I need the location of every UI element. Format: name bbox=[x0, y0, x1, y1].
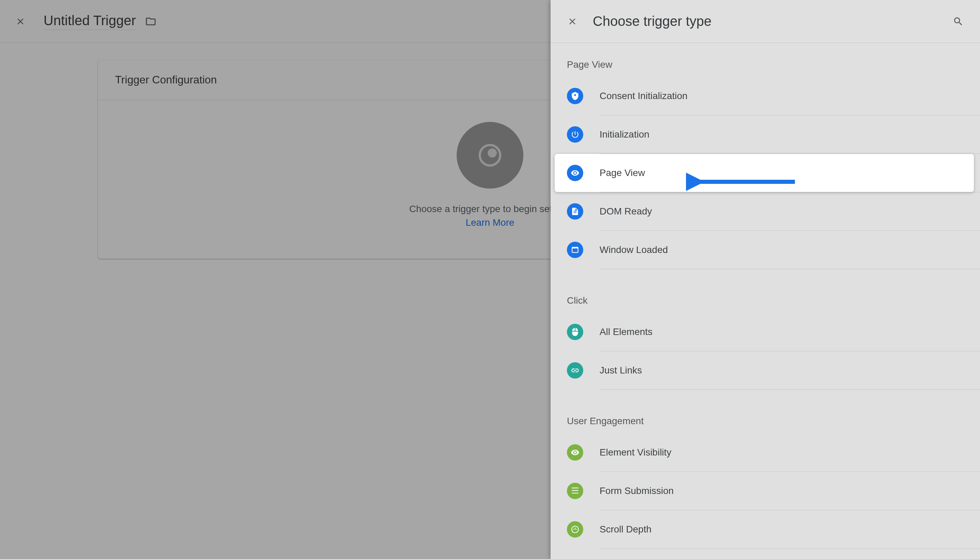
trigger-type-scroll-depth[interactable]: Scroll Depth bbox=[551, 510, 980, 549]
trigger-type-label: All Elements bbox=[600, 326, 653, 337]
close-icon bbox=[567, 17, 577, 26]
trigger-type-form-submission[interactable]: Form Submission bbox=[551, 472, 980, 510]
panel-header: Choose trigger type bbox=[551, 0, 980, 43]
search-icon bbox=[953, 16, 964, 27]
panel-title: Choose trigger type bbox=[593, 13, 950, 29]
trigger-type-label: Initialization bbox=[600, 129, 649, 140]
power-icon bbox=[567, 126, 583, 143]
shield-icon bbox=[567, 88, 583, 104]
eye-icon bbox=[567, 165, 583, 181]
trigger-type-all-elements[interactable]: All Elements bbox=[551, 313, 980, 351]
panel-body: Page ViewConsent InitializationInitializ… bbox=[551, 43, 980, 559]
link-icon bbox=[567, 362, 583, 379]
trigger-type-initialization[interactable]: Initialization bbox=[551, 116, 980, 154]
trigger-type-label: Consent Initialization bbox=[600, 91, 687, 101]
trigger-type-label: Just Links bbox=[600, 365, 642, 376]
trigger-type-label: Window Loaded bbox=[600, 245, 668, 255]
scroll-icon bbox=[567, 521, 583, 538]
form-icon bbox=[567, 483, 583, 499]
eye-icon bbox=[567, 444, 583, 461]
trigger-type-label: Scroll Depth bbox=[600, 524, 652, 535]
window-icon bbox=[567, 242, 583, 258]
trigger-type-just-links[interactable]: Just Links bbox=[551, 351, 980, 389]
trigger-type-label: DOM Ready bbox=[600, 206, 652, 217]
trigger-type-consent-initialization[interactable]: Consent Initialization bbox=[551, 77, 980, 115]
trigger-type-label: Form Submission bbox=[600, 485, 674, 496]
group-label: Click bbox=[551, 295, 980, 313]
mouse-icon bbox=[567, 324, 583, 340]
trigger-type-element-visibility[interactable]: Element Visibility bbox=[551, 433, 980, 471]
close-panel-button[interactable] bbox=[564, 13, 581, 30]
group-label: Page View bbox=[551, 59, 980, 77]
file-icon bbox=[567, 203, 583, 220]
group-label: User Engagement bbox=[551, 416, 980, 433]
trigger-type-panel: Choose trigger type Page ViewConsent Ini… bbox=[551, 0, 980, 559]
search-button[interactable] bbox=[950, 13, 967, 30]
trigger-type-dom-ready[interactable]: DOM Ready bbox=[551, 192, 980, 230]
trigger-type-label: Element Visibility bbox=[600, 447, 671, 458]
trigger-type-label: Page View bbox=[600, 167, 645, 179]
trigger-type-page-view[interactable]: Page View bbox=[554, 154, 974, 192]
trigger-type-youtube-video[interactable]: YouTube Video bbox=[551, 549, 980, 559]
trigger-type-window-loaded[interactable]: Window Loaded bbox=[551, 231, 980, 269]
